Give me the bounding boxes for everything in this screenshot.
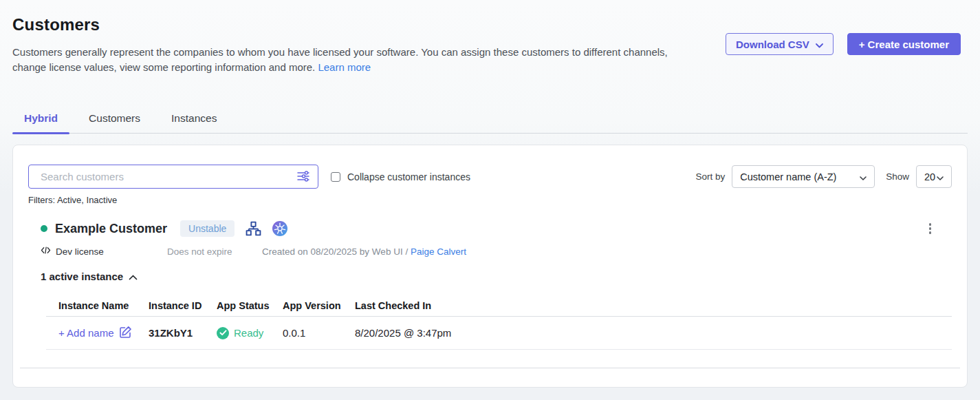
column-header-app-version: App Version bbox=[283, 300, 355, 311]
sliders-icon[interactable] bbox=[296, 169, 311, 186]
license-row: Dev license Does not expire Created on 0… bbox=[41, 246, 952, 257]
toolbar: Collapse customer instances Sort by Cust… bbox=[28, 165, 952, 189]
sort-by-label: Sort by bbox=[695, 171, 725, 182]
learn-more-link[interactable]: Learn more bbox=[318, 61, 371, 73]
instances-table: Instance Name Instance ID App Status App… bbox=[46, 295, 952, 350]
instances-table-header: Instance Name Instance ID App Status App… bbox=[58, 295, 952, 316]
sort-select-value: Customer name (A-Z) bbox=[740, 171, 836, 182]
search-wrap bbox=[28, 165, 318, 189]
license-type-label: Dev license bbox=[56, 246, 104, 257]
table-row: + Add name 31ZKbY1 Ready bbox=[58, 317, 952, 349]
customers-page: Customers Download CSV + Create customer… bbox=[0, 0, 980, 388]
show-select[interactable]: 20 bbox=[916, 165, 952, 188]
tab-instances[interactable]: Instances bbox=[160, 105, 228, 133]
chevron-down-icon bbox=[816, 39, 823, 50]
create-customer-button[interactable]: + Create customer bbox=[847, 33, 961, 55]
chevron-down-icon bbox=[937, 171, 944, 182]
customer-name[interactable]: Example Customer bbox=[55, 222, 167, 236]
instance-id: 31ZKbY1 bbox=[149, 327, 217, 339]
add-name-label: + Add name bbox=[58, 327, 113, 339]
header-actions: Download CSV + Create customer bbox=[726, 33, 961, 55]
check-circle-icon bbox=[217, 327, 229, 339]
sort-controls: Sort by Customer name (A-Z) Show 20 bbox=[695, 165, 952, 188]
app-status: Ready bbox=[217, 327, 283, 339]
code-icon bbox=[41, 246, 51, 257]
search-input[interactable] bbox=[28, 165, 318, 189]
last-checked-in: 8/20/2025 @ 3:47pm bbox=[355, 327, 952, 339]
customer-head: Example Customer Unstable bbox=[41, 220, 952, 237]
section-divider bbox=[20, 368, 960, 368]
license-type: Dev license bbox=[41, 246, 167, 257]
kubernetes-helm-icon bbox=[272, 221, 287, 236]
column-header-instance-id: Instance ID bbox=[149, 300, 217, 311]
chevron-down-icon bbox=[860, 171, 867, 182]
customers-card: Collapse customer instances Sort by Cust… bbox=[12, 145, 968, 388]
instances-toggle-label: 1 active instance bbox=[41, 271, 123, 282]
chevron-up-icon bbox=[129, 271, 138, 282]
instances-toggle[interactable]: 1 active instance bbox=[41, 271, 138, 282]
show-select-value: 20 bbox=[924, 171, 935, 182]
column-header-instance-name: Instance Name bbox=[58, 300, 149, 311]
add-name-link[interactable]: + Add name bbox=[58, 326, 149, 341]
collapse-instances-label: Collapse customer instances bbox=[347, 171, 470, 182]
edit-pencil-icon bbox=[119, 326, 132, 341]
download-csv-button[interactable]: Download CSV bbox=[726, 33, 834, 55]
sort-select[interactable]: Customer name (A-Z) bbox=[732, 165, 875, 188]
column-header-app-status: App Status bbox=[217, 300, 283, 311]
sitemap-icon bbox=[246, 221, 261, 237]
tab-customers[interactable]: Customers bbox=[77, 105, 152, 133]
created-by-link[interactable]: Paige Calvert bbox=[411, 246, 466, 257]
active-status-dot bbox=[41, 225, 47, 232]
collapse-instances-group: Collapse customer instances bbox=[331, 171, 470, 182]
column-header-last-checked-in: Last Checked In bbox=[355, 300, 952, 311]
created-text: Created on 08/20/2025 by Web UI / bbox=[262, 246, 411, 257]
license-expiry: Does not expire bbox=[167, 246, 262, 257]
page-title: Customers bbox=[12, 15, 968, 34]
tab-bar: Hybrid Customers Instances bbox=[12, 105, 968, 134]
channel-badge[interactable]: Unstable bbox=[180, 220, 235, 237]
download-csv-label: Download CSV bbox=[736, 39, 809, 50]
app-version: 0.0.1 bbox=[283, 327, 355, 339]
created-info: Created on 08/20/2025 by Web UI / Paige … bbox=[262, 246, 466, 257]
tab-hybrid[interactable]: Hybrid bbox=[12, 105, 69, 133]
show-label: Show bbox=[886, 171, 909, 182]
table-row-divider bbox=[46, 349, 952, 350]
page-description: Customers generally represent the compan… bbox=[12, 45, 676, 75]
customer-section: Example Customer Unstable bbox=[28, 220, 952, 350]
collapse-instances-checkbox[interactable] bbox=[331, 172, 340, 182]
filters-summary: Filters: Active, Inactive bbox=[28, 195, 952, 205]
kebab-vertical-icon[interactable] bbox=[926, 220, 935, 237]
app-status-label: Ready bbox=[234, 327, 263, 339]
